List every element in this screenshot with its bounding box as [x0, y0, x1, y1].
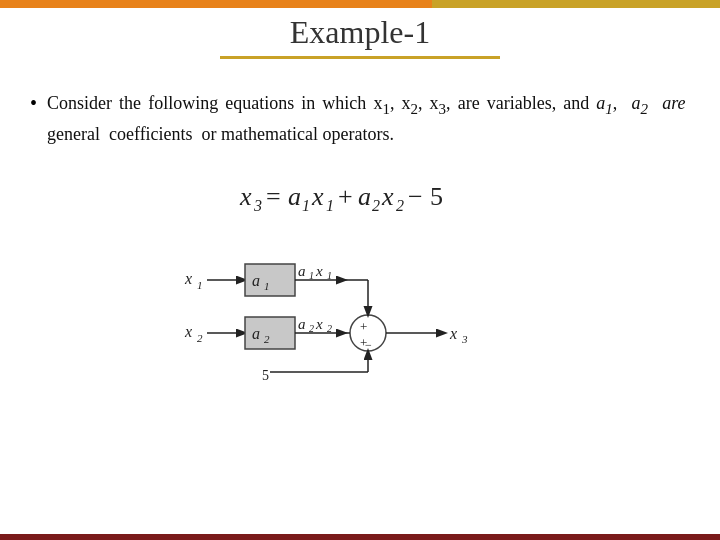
svg-text:2: 2: [327, 323, 332, 334]
svg-text:x: x: [184, 270, 192, 287]
svg-text:1: 1: [326, 197, 334, 214]
svg-text:1: 1: [327, 270, 332, 281]
svg-text:2: 2: [197, 332, 203, 344]
svg-text:3: 3: [461, 333, 468, 345]
bullet-text: Consider the following equations in whic…: [47, 90, 690, 149]
svg-text:x: x: [449, 325, 457, 342]
content-area: • Consider the following equations in wh…: [30, 75, 690, 407]
svg-text:+: +: [338, 182, 353, 211]
svg-text:3: 3: [253, 197, 262, 214]
svg-text:+: +: [360, 319, 367, 334]
svg-text:x: x: [381, 182, 394, 211]
svg-text:=: =: [266, 182, 281, 211]
svg-text:x: x: [239, 182, 252, 211]
svg-text:1: 1: [309, 270, 314, 281]
bullet-section: • Consider the following equations in wh…: [30, 90, 690, 149]
svg-text:x: x: [315, 263, 323, 279]
svg-text:2: 2: [309, 323, 314, 334]
top-accent-bars: [0, 0, 720, 8]
bottom-accent-bar: [0, 534, 720, 540]
equation-area: x 3 = a 1 x 1 + a 2 x 2 − 5: [50, 167, 690, 222]
svg-text:2: 2: [372, 197, 380, 214]
top-bar-gold: [432, 0, 720, 8]
svg-text:a: a: [298, 263, 306, 279]
svg-text:5: 5: [430, 182, 443, 211]
svg-text:2: 2: [264, 333, 270, 345]
top-bar-orange: [0, 0, 432, 8]
svg-text:1: 1: [197, 279, 203, 291]
svg-text:−: −: [408, 182, 423, 211]
svg-text:a: a: [252, 325, 260, 342]
svg-text:5: 5: [262, 368, 269, 383]
svg-text:−: −: [365, 338, 372, 352]
block-diagram-area: x 1 a 1 a 1 x 1 x 2 a 2 a 2: [30, 232, 690, 407]
svg-text:1: 1: [264, 280, 270, 292]
block-diagram-svg: x 1 a 1 a 1 x 1 x 2 a 2 a 2: [180, 232, 540, 407]
title-area: Example-1: [0, 14, 720, 51]
svg-text:a: a: [358, 182, 371, 211]
equation-svg: x 3 = a 1 x 1 + a 2 x 2 − 5: [230, 167, 510, 222]
svg-text:x: x: [184, 323, 192, 340]
svg-text:2: 2: [396, 197, 404, 214]
svg-text:a: a: [252, 272, 260, 289]
svg-text:x: x: [311, 182, 324, 211]
title-underline: [220, 56, 500, 59]
svg-text:1: 1: [302, 197, 310, 214]
svg-text:a: a: [298, 316, 306, 332]
svg-text:x: x: [315, 316, 323, 332]
bullet-point: •: [30, 92, 37, 115]
page-title: Example-1: [290, 14, 430, 50]
svg-text:a: a: [288, 182, 301, 211]
